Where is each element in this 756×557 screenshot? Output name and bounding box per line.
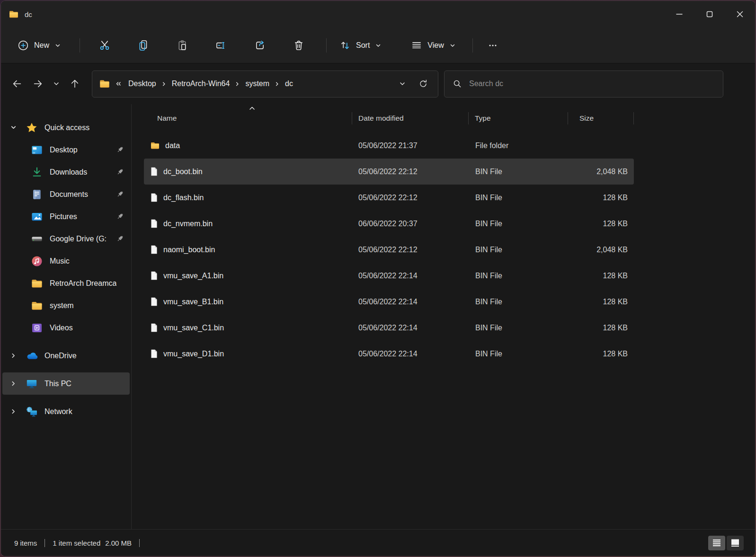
file-row[interactable]: vmu_save_A1.bin 05/06/2022 22:14 BIN Fil…: [144, 263, 634, 289]
sidebar-item-quick-access[interactable]: Quick access: [2, 116, 130, 139]
close-button[interactable]: [725, 1, 755, 27]
recent-locations-button[interactable]: [48, 73, 64, 94]
forward-button[interactable]: [27, 73, 48, 94]
desktop-icon: [31, 144, 43, 156]
title-bar: dc: [1, 1, 755, 27]
file-row[interactable]: data 05/06/2022 21:37 File folder: [144, 133, 634, 159]
sidebar-item-desktop[interactable]: Desktop: [2, 139, 130, 161]
delete-button[interactable]: [287, 34, 310, 57]
folder-icon: [9, 9, 19, 19]
collapsed-crumbs-icon[interactable]: [115, 81, 122, 87]
minimize-button[interactable]: [664, 1, 694, 27]
details-view-button[interactable]: [708, 536, 725, 550]
file-size: 128 KB: [568, 350, 634, 358]
selection-size: 2.00 MB: [105, 539, 132, 547]
file-row[interactable]: dc_flash.bin 05/06/2022 22:12 BIN File 1…: [144, 185, 634, 211]
column-header-size[interactable]: Size: [568, 110, 634, 126]
chevron-down-icon[interactable]: [10, 124, 17, 131]
search-input[interactable]: [469, 80, 715, 88]
file-row[interactable]: vmu_save_B1.bin 05/06/2022 22:14 BIN Fil…: [144, 289, 634, 315]
sidebar-item-google-drive[interactable]: Google Drive (G:: [2, 228, 130, 250]
file-date: 05/06/2022 22:12: [352, 168, 469, 176]
file-type: File folder: [469, 141, 568, 150]
file-name: data: [165, 141, 180, 150]
file-row-selected[interactable]: dc_boot.bin 05/06/2022 22:12 BIN File 2,…: [144, 159, 634, 185]
sidebar-item-music[interactable]: Music: [2, 250, 130, 272]
chevron-right-icon[interactable]: [10, 408, 17, 415]
videos-icon: [31, 322, 43, 334]
pin-icon: [116, 235, 124, 243]
sidebar-item-label: Quick access: [44, 124, 89, 132]
sidebar-item-system[interactable]: system: [2, 294, 130, 317]
sort-button[interactable]: Sort: [332, 35, 388, 56]
chevron-down-icon: [375, 43, 381, 48]
paste-button[interactable]: [171, 34, 194, 57]
view-button-label: View: [427, 41, 444, 50]
status-separator: [139, 539, 140, 547]
sidebar-item-downloads[interactable]: Downloads: [2, 161, 130, 183]
file-size: 2,048 KB: [568, 168, 634, 176]
sidebar-item-label: Documents: [50, 190, 88, 199]
music-icon: [31, 255, 43, 267]
file-row[interactable]: dc_nvmem.bin 06/06/2022 20:37 BIN File 1…: [144, 211, 634, 237]
chevron-right-icon[interactable]: [10, 380, 17, 387]
sidebar-item-pictures[interactable]: Pictures: [2, 205, 130, 228]
file-date: 05/06/2022 22:14: [352, 298, 469, 306]
address-bar[interactable]: Desktop RetroArch-Win64 system dc: [92, 71, 438, 97]
file-icon: [150, 167, 158, 177]
refresh-icon[interactable]: [418, 79, 428, 89]
this-pc-icon: [26, 378, 38, 390]
view-button[interactable]: View: [404, 35, 462, 56]
chevron-right-icon[interactable]: [161, 81, 167, 87]
address-dropdown-icon[interactable]: [399, 80, 406, 87]
share-button[interactable]: [249, 34, 271, 57]
chevron-down-icon: [55, 43, 61, 48]
sidebar-item-this-pc[interactable]: This PC: [2, 372, 130, 395]
sidebar-item-retroarch-dreamcast[interactable]: RetroArch Dreamca: [2, 272, 130, 294]
new-button[interactable]: New: [10, 35, 67, 56]
file-name: dc_boot.bin: [163, 168, 203, 176]
file-row[interactable]: vmu_save_D1.bin 05/06/2022 22:14 BIN Fil…: [144, 341, 634, 367]
toolbar-separator: [472, 38, 473, 53]
ellipsis-icon: [487, 39, 499, 52]
status-separator: [44, 539, 45, 547]
maximize-button[interactable]: [694, 1, 725, 27]
breadcrumb-item-current[interactable]: dc: [280, 77, 298, 91]
file-icon: [150, 323, 158, 333]
search-box[interactable]: [444, 71, 723, 97]
breadcrumb-item[interactable]: system: [240, 77, 274, 91]
rename-button[interactable]: [210, 34, 232, 57]
sidebar-item-label: Desktop: [50, 146, 78, 154]
file-type: BIN File: [469, 272, 568, 280]
window-title: dc: [25, 10, 32, 18]
column-header-type[interactable]: Type: [469, 110, 568, 126]
breadcrumb-item[interactable]: Desktop: [124, 77, 161, 91]
column-header-date-modified[interactable]: Date modified: [352, 110, 469, 126]
see-more-button[interactable]: [481, 34, 504, 57]
file-date: 05/06/2022 22:12: [352, 194, 469, 202]
file-type: BIN File: [469, 168, 568, 176]
copy-button[interactable]: [132, 34, 155, 57]
sidebar-item-videos[interactable]: Videos: [2, 317, 130, 339]
chevron-right-icon[interactable]: [10, 353, 17, 359]
sort-arrows-icon: [339, 39, 351, 52]
sidebar-item-onedrive[interactable]: OneDrive: [2, 345, 130, 367]
column-header-name[interactable]: Name: [144, 110, 352, 126]
chevron-down-icon: [450, 43, 455, 48]
file-row[interactable]: naomi_boot.bin 05/06/2022 22:12 BIN File…: [144, 237, 634, 263]
up-button[interactable]: [64, 73, 85, 94]
back-button[interactable]: [7, 73, 27, 94]
large-icons-view-button[interactable]: [727, 536, 744, 550]
chevron-right-icon[interactable]: [275, 81, 280, 87]
file-icon: [150, 349, 158, 359]
file-type: BIN File: [469, 324, 568, 332]
breadcrumb-item[interactable]: RetroArch-Win64: [167, 77, 235, 91]
sidebar-item-network[interactable]: Network: [2, 400, 130, 423]
window-controls: [664, 1, 755, 27]
cut-button[interactable]: [93, 34, 116, 57]
chevron-right-icon[interactable]: [235, 81, 240, 87]
file-icon: [150, 245, 158, 255]
pin-icon: [116, 212, 124, 221]
file-row[interactable]: vmu_save_C1.bin 05/06/2022 22:14 BIN Fil…: [144, 315, 634, 341]
sidebar-item-documents[interactable]: Documents: [2, 183, 130, 205]
